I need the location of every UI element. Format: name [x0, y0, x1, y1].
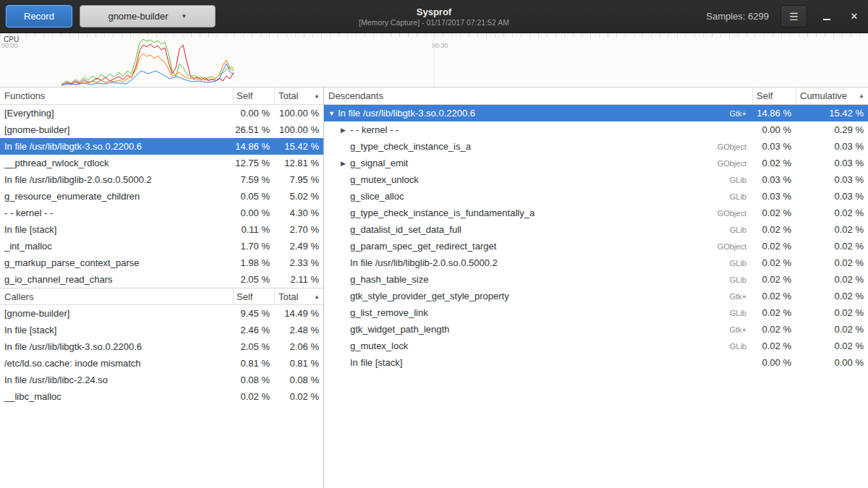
self-percent: 0.02 % [752, 257, 796, 268]
tree-row[interactable]: g_type_check_instance_is_fundamentally_a… [324, 205, 868, 221]
total-percent: 2.49 % [274, 241, 323, 252]
minimize-button[interactable] [819, 9, 835, 25]
tree-row[interactable]: g_mutex_unlockGLib0.03 %0.03 % [324, 171, 868, 188]
callers-self-column-header[interactable]: Self [233, 288, 274, 304]
tree-row[interactable]: In file [stack]0.00 %0.00 % [324, 354, 868, 371]
self-percent: 0.03 % [752, 174, 796, 185]
expander-open-icon[interactable]: ▼ [327, 110, 338, 117]
tree-row[interactable]: g_hash_table_sizeGLib0.02 %0.02 % [324, 271, 868, 288]
function-name: g_markup_parse_context_parse [0, 257, 233, 268]
self-percent: 0.03 % [752, 191, 796, 202]
record-button[interactable]: Record [6, 5, 72, 27]
target-selector[interactable]: gnome-builder ▼ [80, 5, 216, 27]
expander-closed-icon[interactable]: ▶ [339, 127, 350, 134]
self-percent: 0.02 % [752, 274, 796, 285]
total-percent: 4.30 % [274, 207, 323, 218]
table-row[interactable]: [gnome-builder]9.45 %14.49 % [0, 305, 323, 322]
self-percent: 0.11 % [233, 224, 274, 235]
descendants-pane: Descendants Self Cumulative ▲ ▼In file /… [324, 87, 868, 488]
library-badge: GLib [730, 309, 752, 317]
tree-row[interactable]: g_param_spec_get_redirect_targetGObject0… [324, 238, 868, 254]
descendant-name-cell: ▶g_signal_emitGObject [324, 158, 752, 168]
table-row[interactable]: [gnome-builder]26.51 %100.00 % [0, 121, 323, 138]
function-name: gtk_widget_path_length [350, 324, 449, 335]
tree-row[interactable]: g_slice_allocGLib0.03 %0.03 % [324, 188, 868, 205]
table-row[interactable]: - - kernel - -0.00 %4.30 % [0, 205, 323, 221]
functions-column-header[interactable]: Functions [0, 87, 233, 104]
library-badge: Gtk+ [729, 292, 752, 301]
function-name: In file /usr/lib/libglib-2.0.so.0.5000.2 [0, 174, 233, 185]
self-percent: 0.02 % [752, 324, 796, 335]
function-name: g_mutex_unlock [350, 174, 419, 185]
descendant-name-cell: ▶- - kernel - - [324, 124, 752, 135]
cumulative-percent: 0.03 % [796, 174, 868, 185]
library-badge: GLib [730, 192, 752, 201]
expander-closed-icon[interactable]: ▶ [339, 160, 350, 167]
function-name: g_type_check_instance_is_a [350, 141, 471, 152]
descendant-name-cell: g_datalist_id_set_data_fullGLib [324, 224, 752, 235]
table-row[interactable]: In file [stack]0.11 %2.70 % [0, 221, 323, 238]
callers-column-header[interactable]: Callers [0, 288, 233, 304]
tree-row[interactable]: g_mutex_lockGLib0.02 %0.02 % [324, 338, 868, 354]
tree-row[interactable]: gtk_style_provider_get_style_propertyGtk… [324, 288, 868, 304]
table-row[interactable]: In file /usr/lib/libc-2.24.so0.08 %0.08 … [0, 372, 323, 388]
table-row[interactable]: In file [stack]2.46 %2.48 % [0, 322, 323, 338]
tree-row[interactable]: ▶- - kernel - -0.00 %0.29 % [324, 121, 868, 138]
chevron-down-icon: ▼ [182, 13, 187, 20]
table-row[interactable]: _int_malloc1.70 %2.49 % [0, 238, 323, 254]
descendants-column-header[interactable]: Descendants [324, 87, 752, 104]
cpu-graph[interactable]: CPU 00:00 00:30 [0, 33, 868, 87]
function-name: g_param_spec_get_redirect_target [350, 241, 496, 252]
descendant-name-cell: In file [stack] [324, 357, 752, 368]
descendant-name-cell: ▼In file /usr/lib/libgtk-3.so.0.2200.6Gt… [324, 108, 752, 119]
menu-button[interactable]: ☰ [780, 5, 807, 27]
table-row[interactable]: __pthread_rwlock_rdlock12.75 %12.81 % [0, 155, 323, 171]
callers-total-column-header[interactable]: Total ▲ [274, 288, 323, 304]
table-row[interactable]: /etc/ld.so.cache: inode mismatch0.81 %0.… [0, 355, 323, 372]
cpu-series-green [61, 39, 234, 84]
function-name: _int_malloc [0, 241, 233, 252]
tree-row[interactable]: g_list_remove_linkGLib0.02 %0.02 % [324, 304, 868, 321]
table-row[interactable]: g_markup_parse_context_parse1.98 %2.33 % [0, 254, 323, 271]
descendants-cumulative-column-header[interactable]: Cumulative ▲ [796, 87, 868, 104]
tree-row[interactable]: In file /usr/lib/libglib-2.0.so.0.5000.2… [324, 254, 868, 271]
descendant-name-cell: gtk_style_provider_get_style_propertyGtk… [324, 291, 752, 301]
descendants-table-body: ▼In file /usr/lib/libgtk-3.so.0.2200.6Gt… [324, 105, 868, 371]
descendant-name-cell: g_type_check_instance_is_fundamentally_a… [324, 207, 752, 218]
tree-row[interactable]: g_datalist_id_set_data_fullGLib0.02 %0.0… [324, 221, 868, 238]
table-row[interactable]: In file /usr/lib/libgtk-3.so.0.2200.62.0… [0, 338, 323, 355]
tree-row[interactable]: g_type_check_instance_is_aGObject0.03 %0… [324, 138, 868, 155]
table-row[interactable]: [Everything]0.00 %100.00 % [0, 105, 323, 121]
function-name: g_slice_alloc [350, 191, 404, 202]
callers-total-label: Total [278, 291, 298, 302]
self-percent: 1.70 % [233, 241, 274, 252]
self-percent: 2.46 % [233, 325, 274, 335]
functions-self-column-header[interactable]: Self [233, 87, 274, 104]
function-name: - - kernel - - [350, 124, 399, 135]
table-row[interactable]: In file /usr/lib/libglib-2.0.so.0.5000.2… [0, 171, 323, 188]
self-percent: 0.05 % [233, 191, 274, 202]
table-row[interactable]: g_resource_enumerate_children0.05 %5.02 … [0, 188, 323, 205]
tree-row[interactable]: ▶g_signal_emitGObject0.02 %0.03 % [324, 155, 868, 171]
self-percent: 0.03 % [752, 141, 796, 152]
descendants-self-column-header[interactable]: Self [752, 87, 796, 104]
cumulative-percent: 0.02 % [796, 241, 868, 252]
table-row[interactable]: __libc_malloc0.02 %0.02 % [0, 388, 323, 405]
table-row[interactable]: g_io_channel_read_chars2.05 %2.11 % [0, 271, 323, 288]
function-name: g_type_check_instance_is_fundamentally_a [350, 207, 535, 218]
self-percent: 0.02 % [752, 158, 796, 168]
table-row[interactable]: In file /usr/lib/libgtk-3.so.0.2200.614.… [0, 138, 323, 155]
self-percent: 0.02 % [233, 391, 274, 402]
functions-total-column-header[interactable]: Total ▲ [274, 87, 323, 104]
function-name: In file /usr/lib/libgtk-3.so.0.2200.6 [0, 341, 233, 352]
function-name: __pthread_rwlock_rdlock [0, 158, 233, 168]
function-name: In file [stack] [0, 224, 233, 235]
library-badge: GObject [718, 242, 752, 251]
close-button[interactable]: ✕ [846, 9, 862, 25]
tree-row[interactable]: ▼In file /usr/lib/libgtk-3.so.0.2200.6Gt… [324, 105, 868, 121]
function-name: g_signal_emit [350, 158, 408, 168]
function-name: [Everything] [0, 108, 233, 119]
minimize-icon [823, 19, 830, 20]
tree-row[interactable]: gtk_widget_path_lengthGtk+0.02 %0.02 % [324, 321, 868, 338]
self-percent: 0.81 % [233, 358, 274, 369]
